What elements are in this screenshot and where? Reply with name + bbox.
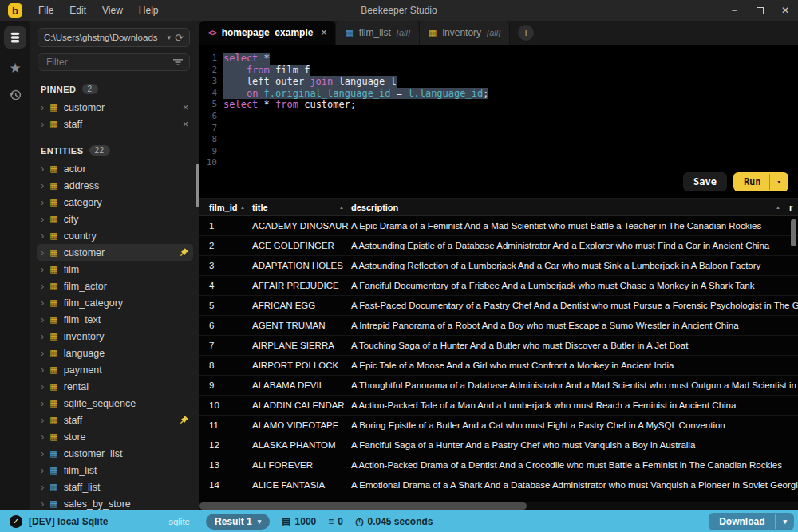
unpin-icon[interactable]: ×	[183, 103, 188, 112]
result-selector[interactable]: Result 1 ▾	[206, 514, 270, 530]
entity-item-store[interactable]: ›▦store	[37, 428, 193, 445]
menu-help[interactable]: Help	[131, 5, 167, 16]
vertical-scrollbar[interactable]	[791, 219, 796, 246]
entity-item-country[interactable]: ›▦country	[37, 227, 193, 244]
chevron-right-icon[interactable]: ›	[41, 180, 44, 191]
connection-selector[interactable]: C:\Users\ghstng\Downloads ▾ ⟳	[38, 28, 190, 47]
chevron-right-icon[interactable]: ›	[41, 381, 44, 392]
minimize-icon[interactable]: −	[721, 0, 747, 21]
maximize-icon[interactable]	[747, 0, 772, 21]
table-row[interactable]: 13ALI FOREVERA Action-Packed Drama of a …	[200, 455, 798, 475]
chevron-right-icon[interactable]: ›	[41, 102, 44, 112]
table-row[interactable]: 12ALASKA PHANTOMA Fanciful Saga of a Hun…	[200, 435, 798, 455]
entity-item-sqlite_sequence[interactable]: ›▦sqlite_sequence	[37, 395, 193, 412]
menu-view[interactable]: View	[94, 5, 131, 16]
chevron-right-icon[interactable]: ›	[41, 499, 44, 509]
chevron-right-icon[interactable]: ›	[41, 281, 44, 291]
chevron-right-icon[interactable]: ›	[41, 465, 44, 475]
entity-item-film_list[interactable]: ›▦film_list	[37, 462, 193, 479]
download-button[interactable]: Download ▾	[709, 513, 794, 530]
column-header-title[interactable]: title▲	[252, 199, 351, 215]
table-row[interactable]: 11ALAMO VIDEOTAPEA Boring Epistle of a B…	[200, 416, 798, 435]
chevron-right-icon[interactable]: ›	[41, 119, 44, 129]
favorites-star-icon[interactable]: ★	[9, 61, 21, 75]
table-row[interactable]: 2ACE GOLDFINGERA Astounding Epistle of a…	[200, 236, 798, 256]
column-header-partial[interactable]: r	[788, 199, 798, 215]
chevron-right-icon[interactable]: ›	[41, 264, 44, 274]
table-row[interactable]: 4AFFAIR PREJUDICEA Fanciful Documentary …	[200, 276, 798, 296]
table-row[interactable]: 3ADAPTATION HOLESA Astounding Reflection…	[200, 256, 798, 276]
entity-item-rental[interactable]: ›▦rental	[37, 378, 193, 395]
pinned-item-staff[interactable]: ›▦staff×	[37, 116, 193, 132]
entity-item-actor[interactable]: ›▦actor	[37, 160, 193, 177]
entity-item-film_category[interactable]: ›▦film_category	[37, 294, 193, 311]
chevron-right-icon[interactable]: ›	[41, 348, 44, 358]
sort-arrow-icon[interactable]: ▲	[776, 205, 780, 210]
tab-inventory[interactable]: ▦inventory[all]	[420, 21, 510, 45]
chevron-right-icon[interactable]: ›	[41, 432, 44, 442]
sidebar-scrollbar[interactable]	[196, 164, 199, 207]
chevron-right-icon[interactable]: ›	[41, 415, 44, 425]
menu-edit[interactable]: Edit	[61, 5, 94, 16]
new-tab-button[interactable]: +	[518, 25, 534, 41]
entity-item-customer_list[interactable]: ›▦customer_list	[37, 445, 193, 462]
chevron-right-icon[interactable]: ›	[41, 164, 44, 174]
chevron-right-icon[interactable]: ›	[41, 365, 44, 375]
save-button[interactable]: Save	[683, 172, 727, 191]
entity-item-inventory[interactable]: ›▦inventory	[37, 328, 193, 345]
entity-item-payment[interactable]: ›▦payment	[37, 361, 193, 378]
close-window-icon[interactable]: ✕	[772, 0, 798, 21]
entity-item-sales_by_store[interactable]: ›▦sales_by_store	[37, 495, 193, 510]
entity-item-film_actor[interactable]: ›▦film_actor	[37, 278, 193, 294]
table-row[interactable]: 8AIRPORT POLLOCKA Epic Tale of a Moose A…	[200, 356, 798, 376]
chevron-right-icon[interactable]: ›	[41, 197, 44, 207]
history-icon[interactable]	[8, 88, 22, 102]
pinned-item-customer[interactable]: ›▦customer×	[37, 99, 193, 116]
entity-item-address[interactable]: ›▦address	[37, 177, 193, 194]
pin-icon[interactable]	[180, 248, 188, 257]
menu-file[interactable]: File	[30, 5, 61, 16]
filter-input[interactable]	[45, 56, 173, 69]
table-row[interactable]: 6AGENT TRUMANA Intrepid Panorama of a Ro…	[200, 316, 798, 336]
entity-item-category[interactable]: ›▦category	[37, 194, 193, 211]
table-row[interactable]: 10ALADDIN CALENDARA Action-Packed Tale o…	[200, 396, 798, 416]
download-dropdown-icon[interactable]: ▾	[775, 514, 794, 529]
tables-panel-button[interactable]	[4, 26, 26, 49]
run-button[interactable]: Run ▾	[733, 172, 788, 191]
sort-arrow-icon[interactable]: ▲	[339, 205, 344, 210]
entity-item-film[interactable]: ›▦film	[37, 261, 193, 278]
entity-item-staff[interactable]: ›▦staff	[37, 412, 193, 428]
chevron-right-icon[interactable]: ›	[41, 448, 44, 459]
chevron-right-icon[interactable]: ›	[41, 331, 44, 341]
close-tab-icon[interactable]: ×	[321, 27, 326, 38]
pin-icon[interactable]	[180, 416, 188, 424]
column-header-description[interactable]: description▲	[351, 199, 788, 215]
chevron-right-icon[interactable]: ›	[41, 314, 44, 325]
table-row[interactable]: 14ALICE FANTASIAA Emotional Drama of a A…	[200, 475, 798, 495]
chevron-right-icon[interactable]: ›	[41, 231, 44, 241]
entity-item-customer[interactable]: ›▦customer	[37, 244, 193, 261]
horizontal-scrollbar[interactable]	[200, 502, 527, 510]
table-row[interactable]: 7AIRPLANE SIERRAA Touching Saga of a Hun…	[200, 336, 798, 356]
entity-item-city[interactable]: ›▦city	[37, 211, 193, 227]
table-row[interactable]: 1ACADEMY DINOSAURA Epic Drama of a Femin…	[200, 216, 798, 236]
sql-editor[interactable]: 1select *2 from film f3 left outer join …	[200, 45, 798, 198]
tab-homepage_example[interactable]: <>homepage_example×	[200, 21, 336, 45]
chevron-right-icon[interactable]: ›	[41, 247, 44, 258]
entity-item-staff_list[interactable]: ›▦staff_list	[37, 479, 193, 495]
table-row[interactable]: 5AFRICAN EGGA Fast-Paced Documentary of …	[200, 296, 798, 316]
chevron-right-icon[interactable]: ›	[41, 398, 44, 408]
chevron-right-icon[interactable]: ›	[41, 298, 44, 308]
refresh-icon[interactable]: ⟳	[175, 32, 184, 44]
tab-film_list[interactable]: ▦film_list[all]	[336, 21, 420, 45]
unpin-icon[interactable]: ×	[183, 120, 188, 129]
entity-item-language[interactable]: ›▦language	[37, 345, 193, 361]
chevron-right-icon[interactable]: ›	[41, 214, 44, 224]
run-dropdown-icon[interactable]: ▾	[769, 174, 788, 190]
column-header-film_id[interactable]: film_id▲	[200, 199, 252, 215]
table-row[interactable]: 9ALABAMA DEVILA Thoughtful Panorama of a…	[200, 376, 798, 396]
entity-item-film_text[interactable]: ›▦film_text	[37, 311, 193, 328]
filter-icon[interactable]	[173, 58, 183, 66]
chevron-right-icon[interactable]: ›	[41, 482, 44, 492]
sort-arrow-icon[interactable]: ▲	[240, 205, 245, 210]
